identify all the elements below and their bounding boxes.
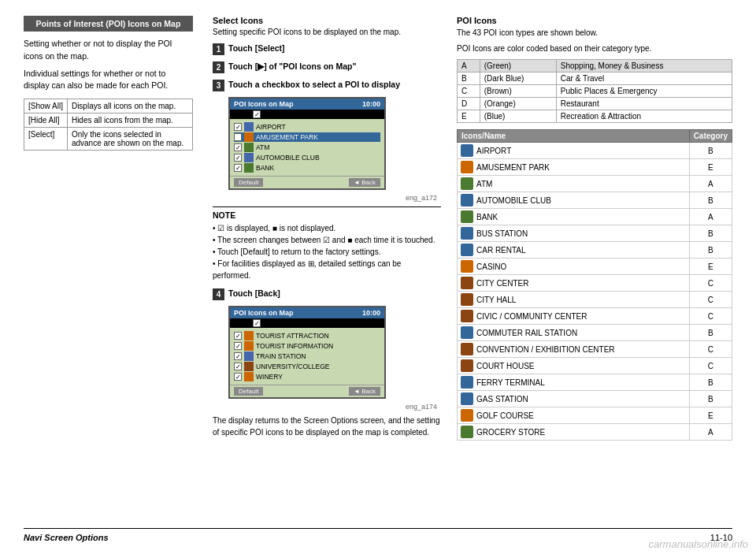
- poi-icon-cell: AMUSEMENT PARK: [458, 159, 690, 176]
- poi-icon-cell: GOLF COURSE: [458, 407, 690, 424]
- screen2-footer: Default ◄ Back: [230, 385, 384, 397]
- poi-icon-name: CIVIC / COMMUNITY CENTER: [476, 312, 587, 321]
- poi-icon-row: AIRPORT B: [458, 143, 732, 159]
- poi-icon-name: CONVENTION / EXHIBITION CENTER: [476, 345, 615, 354]
- screen2-check5: ✓: [234, 373, 242, 381]
- poi-icon-name: AUTOMOBILE CLUB: [476, 196, 551, 205]
- cat-color: (Orange): [480, 98, 556, 110]
- poi-icon-cell: CITY HALL: [458, 292, 690, 308]
- poi-icon-name: FERRY TERMINAL: [476, 378, 545, 387]
- poi-icon-category: B: [689, 242, 732, 259]
- screen1-check-airport: ✓: [234, 123, 242, 131]
- screen1-title: POI Icons on Map: [234, 100, 294, 108]
- poi-icon-name: CAR RENTAL: [476, 246, 526, 255]
- poi-icon-category: A: [689, 424, 732, 441]
- screen2-check1: ✓: [234, 332, 242, 340]
- screen2-icon1: [244, 331, 254, 340]
- cat-color: (Brown): [480, 85, 556, 98]
- category-row: C(Brown)Public Places & Emergency: [458, 85, 732, 98]
- note-title: NOTE: [213, 210, 441, 220]
- poi-icon-row: GOLF COURSE E: [458, 407, 732, 424]
- content-area: Points of Interest (POI) Icons on Map Se…: [24, 16, 732, 524]
- poi-icon-row: AMUSEMENT PARK E: [458, 159, 732, 176]
- screen1-default-btn[interactable]: Default: [234, 178, 263, 187]
- step-4: 4 Touch [Back]: [213, 288, 441, 300]
- screen1-show-row: Show ✓: [230, 110, 384, 119]
- screen-sim-2: POI Icons on Map 10:00 Show ✓ ✓ TOURIST …: [228, 306, 386, 399]
- poi-icon-name: GOLF COURSE: [476, 411, 534, 420]
- screen2-caption: eng_a174: [213, 403, 437, 411]
- screen1-check-atm: ✓: [234, 143, 242, 151]
- poi-icon-name: CITY CENTER: [476, 279, 529, 288]
- poi-icon-category: C: [689, 308, 732, 325]
- section-header: Points of Interest (POI) Icons on Map: [24, 16, 193, 32]
- poi-icon-name: AMUSEMENT PARK: [476, 163, 550, 172]
- poi-table-header-cat: Category: [689, 130, 732, 143]
- settings-option: [Select]: [24, 128, 68, 151]
- poi-icon-category: B: [689, 374, 732, 391]
- screen1-row-atm: ✓ ATM: [234, 143, 380, 152]
- category-row: B(Dark Blue)Car & Travel: [458, 73, 732, 85]
- step-num-1: 1: [213, 43, 224, 55]
- poi-icon-name: BANK: [476, 213, 498, 221]
- poi-icon-badge: [461, 210, 473, 223]
- screen2-show-check: ✓: [253, 319, 261, 327]
- cat-letter: A: [458, 60, 480, 73]
- poi-icon-cell: CASINO: [458, 259, 690, 275]
- poi-icon-row: BANK A: [458, 209, 732, 225]
- select-icons-desc: Setting specific POI icons to be display…: [213, 28, 441, 36]
- screen2-row-tourist-info: ✓ TOURIST INFORMATION: [234, 341, 380, 351]
- screen1-icon-bank: [244, 163, 254, 173]
- screen2-row-university: ✓ UNIVERSITY/COLLEGE: [234, 362, 380, 371]
- category-table: A(Green)Shopping, Money & BusinessB(Dark…: [457, 59, 732, 123]
- step-2: 2 Touch [▶] of "POI Icons on Map": [213, 61, 441, 73]
- step-text-2: Touch [▶] of "POI Icons on Map": [228, 61, 356, 73]
- note-item-4: For facilities displayed as ⊞, detailed …: [213, 258, 441, 281]
- screen2-default-btn[interactable]: Default: [234, 387, 263, 396]
- poi-icon-badge: [461, 392, 473, 405]
- screen2-back-btn[interactable]: ◄ Back: [349, 387, 380, 396]
- poi-icon-cell: CONVENTION / EXHIBITION CENTER: [458, 341, 690, 358]
- category-row: A(Green)Shopping, Money & Business: [458, 60, 732, 73]
- poi-icon-category: C: [689, 341, 732, 358]
- screen1-caption: eng_a172: [213, 194, 437, 202]
- poi-table-header-name: Icons/Name: [458, 130, 690, 143]
- screen1-footer: Default ◄ Back: [230, 176, 384, 188]
- step-text-1: Touch [Select]: [228, 43, 285, 54]
- cat-desc: Recreation & Attraction: [556, 110, 732, 123]
- footer-label: Navi Screen Options: [24, 533, 109, 542]
- poi-icon-cell: BANK: [458, 209, 690, 225]
- screen-title-bar-1: POI Icons on Map 10:00: [230, 99, 384, 110]
- poi-icon-row: GROCERY STORE A: [458, 424, 732, 441]
- screen1-body: ✓ AIRPORT ✓ AMUSEMENT PARK ✓ ATM: [230, 119, 384, 176]
- poi-icon-row: CASINO E: [458, 259, 732, 275]
- right-column: POI Icons The 43 POI icon types are show…: [449, 16, 732, 524]
- note-item-1: ☑ is displayed, ■ is not displayed.: [213, 222, 441, 234]
- screen2-icon4: [244, 362, 254, 371]
- poi-icon-category: B: [689, 225, 732, 242]
- cat-letter: E: [458, 110, 480, 123]
- poi-icon-name: GROCERY STORE: [476, 428, 545, 437]
- poi-icon-category: E: [689, 259, 732, 275]
- poi-icon-category: A: [689, 176, 732, 192]
- poi-icon-badge: [461, 144, 473, 157]
- poi-icon-cell: COMMUTER RAIL STATION: [458, 325, 690, 341]
- left-column: Points of Interest (POI) Icons on Map Se…: [24, 16, 205, 524]
- settings-row: [Hide All]Hides all icons from the map.: [24, 113, 193, 128]
- screen1-back-btn[interactable]: ◄ Back: [349, 178, 380, 187]
- cat-desc: Restaurant: [556, 98, 732, 110]
- middle-column: Select Icons Setting specific POI icons …: [205, 16, 449, 524]
- screen1-icon-autoclub: [244, 153, 254, 162]
- settings-desc: Hides all icons from the map.: [67, 113, 192, 128]
- screen2-icon3: [244, 352, 254, 361]
- poi-icon-name: GAS STATION: [476, 395, 528, 404]
- poi-icon-category: B: [689, 192, 732, 209]
- poi-icon-name: AIRPORT: [476, 147, 511, 155]
- poi-icon-row: GAS STATION B: [458, 391, 732, 407]
- poi-icon-cell: AUTOMOBILE CLUB: [458, 192, 690, 209]
- step-text-3: Touch a checkbox to select a POI to disp…: [228, 79, 400, 91]
- poi-icon-badge: [461, 177, 473, 190]
- poi-icon-row: FERRY TERMINAL B: [458, 374, 732, 391]
- screen1-check-autoclub: ✓: [234, 154, 242, 162]
- poi-desc2: POI Icons are color coded based on their…: [457, 43, 732, 54]
